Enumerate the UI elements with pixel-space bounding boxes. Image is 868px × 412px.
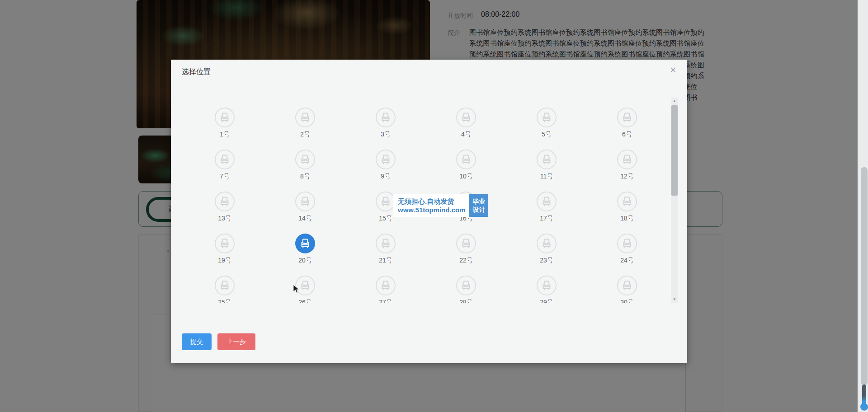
seat-icon [617,150,637,169]
seat-item[interactable]: 5号 [506,98,587,140]
seat-icon [456,108,476,127]
seat-label: 12号 [620,173,634,181]
seat-label: 8号 [300,173,310,181]
seat-label: 13号 [218,215,231,223]
seat-icon [376,276,396,295]
vendor-watermark: 无须担心.自动发货 www.51topmind.com 毕业 设计 [393,194,488,217]
seat-label: 4号 [461,131,471,139]
seat-label: 22号 [459,257,473,265]
seat-label: 11号 [540,173,553,181]
seat-item[interactable]: 3号 [345,98,426,140]
previous-step-button[interactable]: 上一步 [217,333,255,350]
seat-label: 27号 [379,299,392,303]
seat-icon [376,108,396,127]
seat-item[interactable]: 22号 [426,224,506,266]
seat-icon [617,276,637,295]
seat-label: 29号 [540,299,553,303]
seat-icon [215,192,235,211]
seat-label: 10号 [459,173,473,181]
page-scrollbar[interactable] [858,0,868,412]
dialog-title: 选择位置 [182,67,211,77]
seat-item[interactable]: 19号 [184,224,265,266]
seat-item[interactable]: 12号 [587,140,667,182]
seat-item[interactable]: 29号 [506,266,587,303]
seat-icon [215,150,235,169]
seat-item[interactable]: 30号 [587,266,667,303]
seat-item[interactable]: 26号 [265,266,345,303]
watermark-badge: 毕业 设计 [469,194,488,217]
seat-icon [617,234,637,253]
seat-label: 18号 [620,215,634,223]
seat-label: 15号 [379,215,392,223]
seat-item[interactable]: 8号 [265,140,345,182]
dialog-scrollbar[interactable]: ▲ ▼ [671,98,678,303]
seat-label: 9号 [381,173,391,181]
seat-icon [376,192,396,211]
seat-label: 21号 [379,257,392,265]
seat-item[interactable]: 21号 [345,224,426,266]
seat-icon [376,150,396,169]
seat-icon [215,276,235,295]
close-icon[interactable]: × [666,63,680,77]
seat-icon [295,192,315,211]
seat-icon [617,192,637,211]
seat-icon [295,234,315,253]
seat-item[interactable]: 14号 [265,182,345,224]
seat-icon [537,108,557,127]
seat-item[interactable]: 7号 [184,140,265,182]
seat-item[interactable]: 10号 [426,140,506,182]
seat-icon [295,150,315,169]
seat-icon [537,192,557,211]
seat-label: 14号 [298,215,312,223]
seat-label: 23号 [540,257,553,265]
seat-item[interactable]: 1号 [184,98,265,140]
seat-icon [456,276,476,295]
seat-label: 20号 [298,257,312,265]
seat-item[interactable]: 4号 [426,98,506,140]
mouse-cursor-icon [292,285,301,295]
seat-item[interactable]: 17号 [506,182,587,224]
seat-item[interactable]: 18号 [587,182,667,224]
scroll-up-icon[interactable]: ▲ [671,98,678,104]
submit-button[interactable]: 提交 [182,333,212,350]
seat-item[interactable]: 20号 [265,224,345,266]
seat-label: 7号 [220,173,230,181]
seat-icon [537,234,557,253]
seat-label: 19号 [218,257,231,265]
seat-item[interactable]: 9号 [345,140,426,182]
seat-label: 2号 [300,131,310,139]
seat-item[interactable]: 13号 [184,182,265,224]
seat-icon [617,108,637,127]
seat-icon [376,234,396,253]
seat-label: 5号 [542,131,552,139]
seat-label: 30号 [620,299,634,303]
page-scrollbar-thumb[interactable] [861,167,868,385]
seat-item[interactable]: 25号 [184,266,265,303]
seat-item[interactable]: 11号 [506,140,587,182]
seat-icon [537,150,557,169]
seat-icon [215,108,235,127]
seat-item[interactable]: 6号 [587,98,667,140]
seat-label: 17号 [540,215,553,223]
watermark-url: www.51topmind.com [398,206,465,214]
watermark-slogan: 无须担心.自动发货 [398,197,465,206]
seat-icon [295,108,315,127]
seat-item[interactable]: 27号 [345,266,426,303]
seat-item[interactable]: 23号 [506,224,587,266]
dialog-scrollbar-thumb[interactable] [671,105,678,196]
scroll-down-icon[interactable]: ▼ [671,296,678,303]
seat-icon [537,276,557,295]
seat-item[interactable]: 28号 [426,266,506,303]
scroll-thermometer-icon [860,384,868,411]
seat-label: 26号 [298,299,312,303]
seat-label: 6号 [622,131,632,139]
seat-label: 3号 [381,131,391,139]
seat-label: 24号 [620,257,634,265]
seat-icon [215,234,235,253]
seat-label: 25号 [218,299,231,303]
seat-label: 28号 [459,299,473,303]
seat-item[interactable]: 24号 [587,224,667,266]
seat-icon [456,150,476,169]
seat-item[interactable]: 2号 [265,98,345,140]
seat-icon [456,234,476,253]
